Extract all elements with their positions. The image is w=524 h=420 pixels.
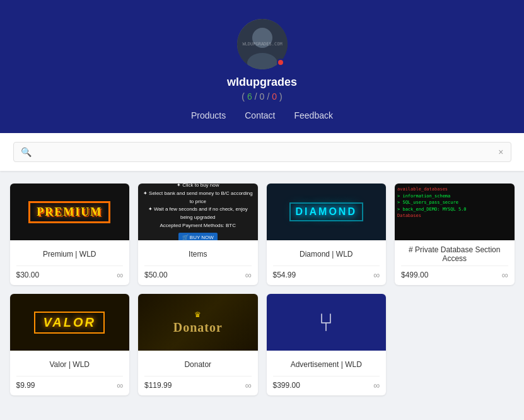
product-card-database[interactable]: available_databases > information_schema… bbox=[395, 184, 515, 285]
stats-row: ( 6 / 0 / 0 ) bbox=[242, 91, 282, 102]
username: wldupgrades bbox=[227, 76, 297, 89]
quantity-infinity: ∞ bbox=[245, 380, 252, 390]
product-thumb-items: ✦ Click to buy now✦ Select bank and send… bbox=[138, 184, 258, 240]
products-section: PREMIUM Premium | WLD $30.00 ∞ ✦ Click t… bbox=[1, 171, 524, 414]
search-bar-inner: 🔍 × bbox=[13, 142, 511, 162]
product-info: Items $50.00 ∞ bbox=[138, 240, 258, 285]
positive-stat: 6 bbox=[247, 91, 252, 102]
svg-text:WLDUPGRADES.COM: WLDUPGRADES.COM bbox=[242, 42, 282, 47]
product-price: $499.00 bbox=[401, 271, 428, 279]
product-title: Premium | WLD bbox=[16, 245, 124, 263]
product-card-donator[interactable]: ♛ Donator Donator $119.99 ∞ bbox=[138, 294, 258, 395]
product-thumb-donator: ♛ Donator bbox=[138, 294, 258, 351]
nav-feedback[interactable]: Feedback bbox=[294, 110, 333, 120]
product-price: $54.99 bbox=[273, 271, 296, 279]
product-price-row: $9.99 ∞ bbox=[16, 376, 124, 390]
product-title: Valor | WLD bbox=[16, 356, 124, 373]
search-clear-button[interactable]: × bbox=[498, 147, 503, 157]
nav-links: Products Contact Feedback bbox=[191, 110, 333, 120]
product-info: Premium | WLD $30.00 ∞ bbox=[10, 240, 130, 285]
header-banner: WLDUPGRADES.COM wldupgrades ( 6 / 0 / 0 … bbox=[0, 0, 524, 133]
avatar-wrapper: WLDUPGRADES.COM bbox=[237, 19, 288, 69]
product-price-row: $499.00 ∞ bbox=[401, 265, 508, 280]
quantity-infinity: ∞ bbox=[117, 380, 123, 390]
product-title: Advertisement | WLD bbox=[273, 356, 380, 373]
product-info: # Private Database Section Access $499.0… bbox=[395, 240, 515, 285]
quantity-infinity: ∞ bbox=[117, 270, 123, 280]
product-price-row: $50.00 ∞ bbox=[144, 265, 252, 280]
footer: Powered by S bbox=[0, 414, 524, 420]
product-thumb-valor: VALOR bbox=[10, 294, 130, 351]
quantity-infinity: ∞ bbox=[373, 270, 380, 280]
negative-stat: 0 bbox=[272, 91, 277, 102]
nav-products[interactable]: Products bbox=[191, 110, 226, 120]
product-card-premium[interactable]: PREMIUM Premium | WLD $30.00 ∞ bbox=[10, 184, 130, 285]
separator1: / bbox=[255, 91, 257, 102]
product-title: # Private Database Section Access bbox=[401, 245, 508, 263]
search-bar-wrapper: 🔍 × bbox=[0, 133, 524, 171]
product-thumb-database: available_databases > information_schema… bbox=[395, 184, 515, 240]
product-card-items[interactable]: ✦ Click to buy now✦ Select bank and send… bbox=[138, 184, 258, 285]
product-price: $30.00 bbox=[16, 271, 40, 279]
search-input[interactable] bbox=[13, 142, 511, 162]
quantity-infinity: ∞ bbox=[373, 380, 380, 390]
product-info: Advertisement | WLD $399.00 ∞ bbox=[267, 351, 387, 395]
product-thumb-advertisement: ⑂ bbox=[267, 294, 387, 351]
products-grid: PREMIUM Premium | WLD $30.00 ∞ ✦ Click t… bbox=[10, 184, 515, 395]
product-thumb-premium: PREMIUM bbox=[10, 184, 130, 240]
product-title: Diamond | WLD bbox=[273, 245, 380, 263]
product-info: Diamond | WLD $54.99 ∞ bbox=[267, 240, 387, 285]
product-info: Donator $119.99 ∞ bbox=[138, 351, 258, 395]
product-thumb-diamond: DIAMOND bbox=[267, 184, 387, 240]
product-price: $50.00 bbox=[144, 271, 168, 279]
product-price-row: $119.99 ∞ bbox=[144, 376, 252, 390]
product-price: $9.99 bbox=[16, 381, 35, 390]
quantity-infinity: ∞ bbox=[245, 270, 252, 280]
product-card-advertisement[interactable]: ⑂ Advertisement | WLD $399.00 ∞ bbox=[267, 294, 387, 395]
product-price-row: $399.00 ∞ bbox=[273, 376, 380, 390]
product-price-row: $54.99 ∞ bbox=[273, 265, 380, 280]
separator2: / bbox=[267, 91, 269, 102]
product-title: Items bbox=[144, 245, 252, 263]
product-info: Valor | WLD $9.99 ∞ bbox=[10, 351, 130, 395]
product-card-valor[interactable]: VALOR Valor | WLD $9.99 ∞ bbox=[10, 294, 130, 395]
product-price: $119.99 bbox=[144, 381, 172, 390]
quantity-infinity: ∞ bbox=[502, 270, 508, 280]
product-price: $399.00 bbox=[273, 381, 300, 390]
search-icon: 🔍 bbox=[21, 147, 32, 157]
avatar-status-dot bbox=[277, 59, 284, 66]
product-card-diamond[interactable]: DIAMOND Diamond | WLD $54.99 ∞ bbox=[267, 184, 387, 285]
product-price-row: $30.00 ∞ bbox=[16, 265, 124, 280]
nav-contact[interactable]: Contact bbox=[245, 110, 275, 120]
neutral-stat: 0 bbox=[260, 91, 265, 102]
product-title: Donator bbox=[144, 356, 252, 373]
